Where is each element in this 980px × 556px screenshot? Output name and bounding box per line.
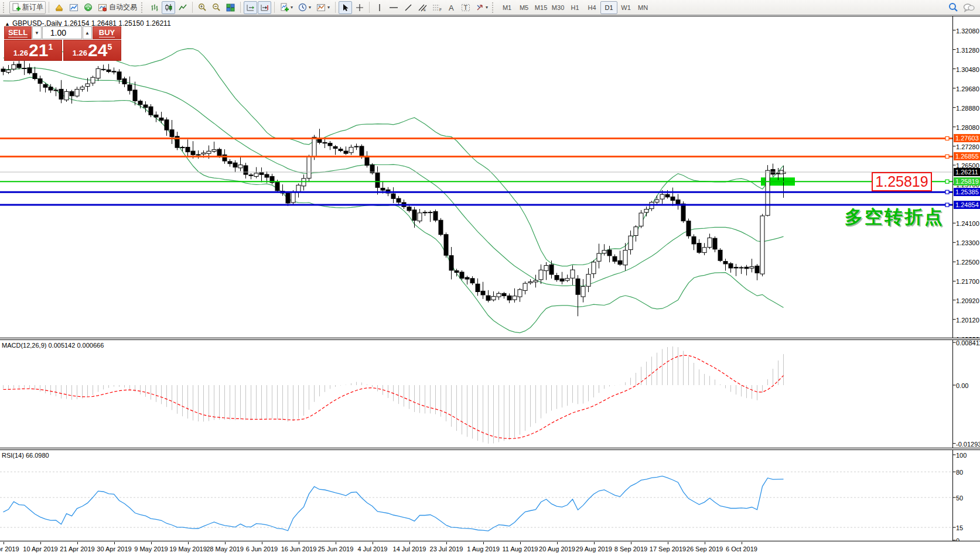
- autotrading-button[interactable]: 自动交易: [95, 1, 139, 14]
- zoom-in-button[interactable]: [196, 1, 209, 14]
- chat-icon[interactable]: [963, 3, 975, 12]
- line-anchor-handle[interactable]: [945, 203, 949, 207]
- arrows-icon: [476, 4, 484, 12]
- macd-canvas: [0, 340, 980, 448]
- timeframe-w1[interactable]: W1: [617, 1, 634, 14]
- vertical-line-tool[interactable]: [373, 1, 386, 14]
- auto-scroll-icon: [246, 4, 255, 12]
- svg-text:T: T: [464, 4, 468, 11]
- trendline-icon: [404, 4, 412, 12]
- price-axis-label: 1.31280: [956, 47, 979, 54]
- price-badge-1.26855: 1.26855: [954, 152, 980, 160]
- bar-chart-button[interactable]: [148, 1, 161, 14]
- crosshair-icon: [356, 4, 364, 12]
- svg-text:F: F: [439, 8, 442, 12]
- buy-button[interactable]: BUY: [93, 26, 121, 39]
- trendline-tool[interactable]: [401, 1, 415, 14]
- candlestick-chart-icon: [165, 4, 173, 12]
- arrows-caret-icon: ▾: [486, 5, 488, 10]
- timeframe-d1[interactable]: D1: [600, 1, 617, 14]
- chart-shift-icon: [260, 4, 269, 12]
- price-badge-1.25819: 1.25819: [954, 177, 980, 186]
- time-axis-tick: [409, 542, 410, 544]
- bar-chart-icon: [151, 4, 159, 12]
- zoom-out-button[interactable]: [210, 1, 223, 14]
- indicators-button[interactable]: ▾: [278, 1, 295, 14]
- line-anchor-handle[interactable]: [945, 190, 949, 194]
- cursor-button[interactable]: [339, 1, 352, 14]
- timeframe-mn[interactable]: MN: [634, 1, 651, 14]
- price-axis-label: 1.24100: [956, 220, 979, 227]
- buy-price-prefix: 1.26: [73, 49, 87, 57]
- line-anchor-handle[interactable]: [945, 155, 949, 158]
- time-axis-tick: [40, 542, 41, 544]
- zoom-in-icon: [198, 3, 207, 12]
- price-axis-label: 1.19320: [956, 336, 979, 338]
- time-axis-tick: [557, 542, 558, 544]
- time-axis-tick: [446, 542, 447, 544]
- arrows-tool[interactable]: ▾: [473, 1, 490, 14]
- periods-button[interactable]: ▾: [296, 1, 313, 14]
- sell-price-sup: 1: [48, 42, 53, 52]
- volume-increase-button[interactable]: ▲: [83, 26, 92, 39]
- timeframe-m15[interactable]: M15: [532, 1, 549, 14]
- time-axis-tick: [4, 542, 4, 544]
- candlestick-chart-button[interactable]: [162, 1, 175, 14]
- new-order-button[interactable]: 新订单: [9, 1, 46, 14]
- price-chart-canvas: [0, 16, 980, 338]
- time-axis-label: 6 Jun 2019: [246, 545, 278, 552]
- signals-button[interactable]: [81, 1, 95, 14]
- price-axis-label: 1.21700: [956, 278, 979, 285]
- volume-decrease-button[interactable]: ▼: [32, 26, 42, 39]
- metaeditor-button[interactable]: [52, 1, 66, 14]
- time-axis-label: 16 Jun 2019: [281, 545, 317, 552]
- time-axis-tick: [668, 542, 668, 544]
- price-axis-label: 1.28880: [956, 105, 979, 112]
- time-axis-label: 19 May 2019: [169, 545, 207, 552]
- line-anchor-handle[interactable]: [945, 136, 949, 140]
- buy-price-big: 24: [88, 42, 107, 59]
- timeframe-m30[interactable]: M30: [549, 1, 566, 14]
- line-chart-button[interactable]: [176, 1, 189, 14]
- crosshair-button[interactable]: [353, 1, 366, 14]
- price-axis-label: 1.20920: [956, 297, 979, 304]
- timeframe-h1[interactable]: H1: [566, 1, 583, 14]
- chart-shift-button[interactable]: [258, 1, 271, 14]
- macd-axis-label: -0.012931: [956, 441, 980, 448]
- price-axis-label: 1.22500: [956, 259, 979, 266]
- autotrading-icon: [98, 4, 107, 12]
- indicators-icon: [280, 3, 289, 12]
- sell-price-box[interactable]: 1.26 21 1: [4, 40, 62, 61]
- search-icon[interactable]: [948, 2, 958, 12]
- time-axis-label: 28 May 2019: [206, 545, 244, 552]
- equidistant-channel-tool[interactable]: E: [415, 1, 429, 14]
- auto-scroll-button[interactable]: [244, 1, 257, 14]
- terminal-button[interactable]: [67, 1, 81, 14]
- buy-price-box[interactable]: 1.26 24 5: [63, 40, 121, 61]
- price-axis-label: 1.28080: [956, 124, 979, 131]
- text-tool[interactable]: A: [445, 1, 458, 14]
- tile-windows-button[interactable]: [224, 1, 237, 14]
- sell-button[interactable]: SELL: [4, 26, 32, 39]
- templates-caret-icon: ▾: [327, 5, 330, 10]
- line-anchor-handle[interactable]: [945, 180, 949, 183]
- rsi-axis-label: 15: [956, 524, 963, 531]
- rsi-pane: RSI(14) 66.0980 1008050150: [0, 449, 980, 541]
- price-callout-label[interactable]: 1.25819: [872, 172, 932, 191]
- text-label-tool[interactable]: T: [459, 1, 473, 14]
- autotrading-label: 自动交易: [109, 2, 137, 12]
- volume-input[interactable]: 1.00: [42, 26, 82, 39]
- selection-handle[interactable]: [780, 170, 783, 174]
- horizontal-line-tool[interactable]: [387, 1, 401, 14]
- templates-button[interactable]: ▾: [314, 1, 332, 14]
- one-click-trade-panel: SELL ▼ 1.00 ▲ BUY 1.26 21 1 1.26 24 5: [4, 26, 121, 61]
- timeframe-h4[interactable]: H4: [583, 1, 600, 14]
- timeframe-m1[interactable]: M1: [498, 1, 515, 14]
- time-axis: 1 Apr 201910 Apr 201921 Apr 201930 Apr 2…: [0, 542, 980, 556]
- fibonacci-tool[interactable]: F: [430, 1, 444, 14]
- timeframe-m5[interactable]: M5: [515, 1, 532, 14]
- time-axis-label: 4 Jul 2019: [358, 545, 388, 552]
- price-axis-label: 1.20120: [956, 317, 979, 324]
- chart-text-annotation[interactable]: 多空转折点: [845, 205, 944, 229]
- price-axis-label: 1.27280: [956, 143, 979, 150]
